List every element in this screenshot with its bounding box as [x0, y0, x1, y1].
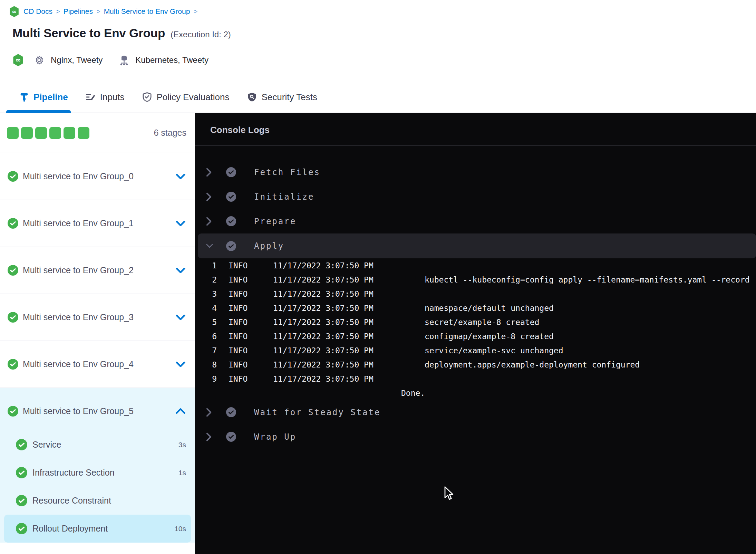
step-success-icon — [226, 241, 236, 251]
log-step-wrap-up[interactable]: Wrap Up — [195, 424, 756, 449]
chevron-right-icon[interactable] — [206, 192, 213, 201]
log-line: 9INFO11/17/2022 3:07:50 PM — [195, 372, 756, 386]
chevron-down-icon[interactable] — [176, 267, 185, 274]
stage-progress-square — [7, 127, 19, 139]
substep-service[interactable]: Service 3s — [0, 431, 195, 459]
step-label: Initialize — [254, 192, 314, 202]
stage-label: Multi service to Env Group_1 — [23, 218, 134, 228]
step-label: Fetch Files — [254, 168, 320, 177]
chevron-right-icon[interactable] — [206, 432, 213, 441]
step-label: Wrap Up — [254, 432, 296, 442]
stage-label: Multi service to Env Group_0 — [23, 171, 134, 181]
inputs-icon — [85, 92, 96, 102]
tab-label: Inputs — [100, 92, 125, 103]
substep-duration: 1s — [178, 469, 186, 477]
substep-rollout-deployment[interactable]: Rollout Deployment 10s — [4, 515, 191, 543]
chevron-down-icon[interactable] — [176, 361, 185, 367]
harness-cd-icon: ∞ — [9, 6, 19, 17]
success-check-icon — [8, 359, 18, 370]
chevron-down-icon[interactable] — [176, 173, 185, 180]
chevron-down-icon[interactable] — [206, 243, 213, 249]
stage-row-0[interactable]: Multi service to Env Group_0 — [0, 153, 195, 200]
kubernetes-infra-icon — [118, 55, 130, 66]
step-success-icon — [226, 192, 236, 202]
chevron-down-icon[interactable] — [176, 220, 185, 227]
log-line: 1INFO11/17/2022 3:07:50 PM — [195, 258, 756, 273]
log-line: 4INFO11/17/2022 3:07:50 PMnamespace/defa… — [195, 301, 756, 315]
breadcrumb-cd-docs[interactable]: CD Docs — [23, 7, 60, 16]
stages-summary: 6 stages — [0, 113, 195, 153]
stage-row-5[interactable]: Multi service to Env Group_5 — [0, 388, 195, 431]
step-success-icon — [226, 167, 236, 177]
tab-inputs[interactable]: Inputs — [85, 82, 125, 113]
step-label: Wait for Steady State — [254, 408, 380, 417]
success-check-icon — [8, 312, 18, 323]
console-logs-title: Console Logs — [210, 125, 270, 135]
log-line: 8INFO11/17/2022 3:07:50 PMdeployment.app… — [195, 357, 756, 372]
execution-tabbar: Pipeline Inputs Policy Evaluations — [0, 82, 756, 113]
stage-progress-square — [35, 127, 47, 139]
apply-log-output: 1INFO11/17/2022 3:07:50 PM 2INFO11/17/20… — [195, 258, 756, 400]
pipeline-execution-page: ∞ CD Docs Pipelines Multi Service to Env… — [0, 0, 756, 554]
step-success-icon — [226, 407, 236, 417]
shield-check-icon — [142, 92, 152, 102]
stage-row-1[interactable]: Multi service to Env Group_1 — [0, 200, 195, 247]
svg-text:∞: ∞ — [12, 8, 17, 15]
success-check-icon — [8, 265, 18, 276]
stage-progress-square — [21, 127, 33, 139]
log-step-fetch-files[interactable]: Fetch Files — [195, 160, 756, 184]
chevron-right-icon[interactable] — [206, 408, 213, 417]
tab-pipeline[interactable]: Pipeline — [19, 82, 68, 113]
stages-sidebar: 6 stages Multi service to Env Group_0 Mu… — [0, 113, 195, 554]
success-check-icon — [8, 218, 18, 229]
mouse-cursor — [443, 486, 455, 503]
chevron-up-icon[interactable] — [176, 408, 185, 414]
tab-label: Pipeline — [33, 92, 68, 103]
stage-label: Multi service to Env Group_2 — [23, 265, 134, 275]
log-done-line: Done. — [195, 386, 756, 400]
stage-row-2[interactable]: Multi service to Env Group_2 — [0, 247, 195, 294]
harness-cd-icon: ∞ — [12, 54, 24, 66]
substep-duration: 3s — [178, 441, 186, 449]
step-success-icon — [226, 432, 236, 442]
stage-progress-square — [78, 127, 89, 139]
log-line: 5INFO11/17/2022 3:07:50 PMsecret/example… — [195, 315, 756, 329]
breadcrumb-pipeline-name[interactable]: Multi Service to Env Group — [104, 7, 197, 16]
log-line: 3INFO11/17/2022 3:07:50 PM — [195, 287, 756, 301]
services-label: Nginx, Tweety — [51, 55, 103, 65]
log-step-initialize[interactable]: Initialize — [195, 184, 756, 209]
substep-duration: 10s — [174, 525, 186, 533]
substep-label: Infrastructure Section — [32, 468, 115, 478]
tab-security-tests[interactable]: Security Tests — [247, 82, 317, 113]
success-check-icon — [16, 495, 27, 506]
substep-resource-constraint[interactable]: Resource Constraint — [0, 487, 195, 515]
shield-search-icon — [247, 92, 257, 102]
chevron-right-icon[interactable] — [206, 168, 213, 177]
log-line: 6INFO11/17/2022 3:07:50 PMconfigmap/exam… — [195, 329, 756, 343]
stage-label: Multi service to Env Group_5 — [23, 406, 134, 416]
chevron-right-icon[interactable] — [206, 217, 213, 226]
stage-progress-square — [64, 127, 75, 139]
tab-label: Policy Evaluations — [157, 92, 230, 103]
page-title: Multi Service to Env Group — [12, 26, 165, 40]
breadcrumb-pipelines[interactable]: Pipelines — [64, 7, 100, 16]
log-line: 2INFO11/17/2022 3:07:50 PMkubectl --kube… — [195, 273, 756, 287]
success-check-icon — [8, 406, 18, 417]
log-step-apply[interactable]: Apply — [198, 233, 756, 258]
log-step-prepare[interactable]: Prepare — [195, 209, 756, 233]
expanded-stage-group: Multi service to Env Group_5 Service 3s … — [0, 388, 195, 543]
stage-row-3[interactable]: Multi service to Env Group_3 — [0, 294, 195, 341]
stage-label: Multi service to Env Group_4 — [23, 359, 134, 369]
tab-policy-evaluations[interactable]: Policy Evaluations — [142, 82, 230, 113]
chevron-down-icon[interactable] — [176, 314, 185, 321]
step-success-icon — [226, 216, 236, 226]
log-step-wait-for-steady-state[interactable]: Wait for Steady State — [195, 400, 756, 424]
stage-progress-squares — [7, 127, 89, 139]
success-check-icon — [16, 523, 27, 534]
substep-infrastructure[interactable]: Infrastructure Section 1s — [0, 459, 195, 487]
substep-label: Rollout Deployment — [32, 524, 108, 534]
execution-meta: ∞ Nginx, Tweety Kubernetes, Tweety — [12, 52, 209, 68]
console-logs-panel: Console Logs Fetch Files Initialize Prep… — [195, 113, 756, 554]
stage-progress-square — [49, 127, 61, 139]
stage-row-4[interactable]: Multi service to Env Group_4 — [0, 341, 195, 388]
